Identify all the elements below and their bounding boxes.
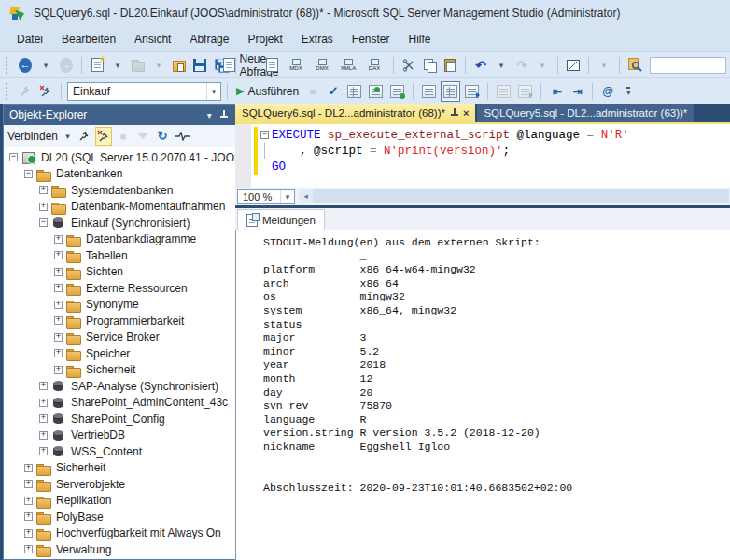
filter-button[interactable] — [134, 127, 151, 146]
expand-icon[interactable]: + — [39, 447, 48, 455]
scroll-left-arrow-icon[interactable]: ◂ — [299, 189, 313, 203]
new-project-dropdown[interactable]: ▾ — [108, 55, 127, 76]
redo-dropdown[interactable]: ▾ — [533, 55, 552, 76]
tree-item[interactable]: +Speicher — [4, 345, 252, 362]
tree-item[interactable]: +Service Broker — [4, 329, 252, 346]
collapse-icon[interactable]: − — [39, 218, 48, 227]
connect-button[interactable] — [16, 81, 35, 102]
tree-item[interactable]: +Datenbank-Momentaufnahmen — [4, 199, 252, 216]
tree-item[interactable]: +Synonyme — [4, 297, 252, 314]
expand-icon[interactable]: + — [54, 284, 63, 292]
comment-button[interactable] — [494, 81, 513, 102]
tree-item[interactable]: +SharePoint_AdminContent_43c — [4, 395, 252, 412]
zoom-selector[interactable]: 100 % ▾ — [237, 189, 295, 204]
decrease-indent-button[interactable]: ⇤ — [547, 81, 566, 102]
cancel-query-button[interactable]: ■ — [303, 81, 322, 102]
expand-icon[interactable]: + — [39, 186, 48, 194]
code-line[interactable]: −EXECUTE sp_execute_external_script @lan… — [251, 127, 730, 143]
cut-button[interactable] — [400, 55, 418, 76]
menu-item-extras[interactable]: Extras — [292, 29, 343, 49]
execute-button[interactable]: ▶ Ausführen — [233, 81, 302, 102]
menu-item-datei[interactable]: Datei — [7, 29, 52, 49]
save-button[interactable] — [190, 55, 209, 76]
tree-item[interactable]: +VertriebDB — [4, 427, 252, 444]
tree-item[interactable]: −Datenbanken — [4, 166, 252, 183]
expand-icon[interactable]: + — [24, 497, 33, 505]
pin-tab-icon[interactable] — [450, 108, 458, 118]
window-position-dropdown[interactable]: ▾ — [202, 110, 217, 120]
expand-icon[interactable]: + — [54, 251, 63, 259]
expand-icon[interactable]: + — [54, 316, 63, 325]
open-file-button[interactable] — [129, 55, 147, 76]
results-to-grid-button[interactable] — [441, 81, 460, 102]
menu-item-projekt[interactable]: Projekt — [238, 29, 291, 49]
toolbar-grip[interactable] — [6, 83, 10, 100]
menu-item-fenster[interactable]: Fenster — [343, 29, 400, 49]
tree-item[interactable]: +Replikation — [4, 493, 252, 510]
navigate-forward-button[interactable]: → — [57, 55, 76, 76]
expand-icon[interactable]: + — [54, 349, 63, 357]
expand-icon[interactable]: + — [39, 414, 48, 423]
expand-icon[interactable]: + — [54, 333, 63, 342]
expand-icon[interactable]: + — [54, 301, 63, 309]
tree-item[interactable]: +Externe Ressourcen — [4, 280, 252, 297]
tree-item[interactable]: +Verwaltung — [4, 541, 252, 558]
tree-item[interactable]: +SharePoint_Config — [4, 411, 252, 427]
display-estimated-plan-button[interactable] — [344, 81, 364, 102]
code-line[interactable]: GO — [251, 159, 730, 175]
database-engine-query-button[interactable] — [262, 55, 281, 76]
parse-button[interactable]: ✓ — [324, 81, 343, 102]
new-query-button[interactable]: Neue Abfrage — [242, 55, 260, 76]
tree-item[interactable]: +Programmierbarkeit — [4, 313, 252, 329]
selection-mode-button[interactable] — [564, 55, 583, 76]
collapse-icon[interactable]: − — [9, 153, 18, 161]
connect-dropdown-caret[interactable]: ▾ — [63, 132, 73, 141]
tree-item[interactable]: +Sicherheit — [4, 460, 252, 477]
expand-icon[interactable]: + — [54, 366, 63, 374]
tree-item[interactable]: −Einkauf (Synchronisiert) — [4, 215, 252, 231]
stop-object-button[interactable]: ■ — [115, 127, 132, 146]
change-connection-button[interactable] — [36, 81, 55, 102]
tree-item[interactable]: +Serverobjekte — [4, 476, 252, 493]
add-to-source-control-button[interactable] — [170, 55, 189, 76]
tree-item[interactable]: +Sichten — [4, 264, 252, 281]
database-selector[interactable]: Einkauf ▾ — [67, 82, 221, 101]
expand-icon[interactable]: + — [39, 203, 48, 211]
tree-item[interactable]: +SAP-Analyse (Synchronisiert) — [4, 378, 252, 395]
navigate-back-dropdown[interactable]: ▾ — [36, 55, 55, 76]
tree-item[interactable]: +Tabellen — [4, 247, 252, 264]
toolbar1-overflow-dropdown[interactable]: ▾ — [595, 55, 613, 76]
indicator-margin[interactable] — [235, 124, 251, 188]
disconnect-object-button[interactable] — [95, 127, 112, 146]
menu-item-hilfe[interactable]: Hilfe — [400, 29, 441, 49]
connect-dropdown-label[interactable]: Verbinden — [7, 130, 58, 143]
connect-object-button[interactable] — [76, 127, 92, 146]
undo-dropdown[interactable]: ▾ — [492, 55, 511, 76]
tree-item[interactable]: +Datenbankdiagramme — [4, 231, 252, 248]
template-parameters-button[interactable]: @ — [598, 81, 617, 102]
expand-icon[interactable]: + — [24, 480, 33, 488]
uncomment-button[interactable] — [515, 81, 535, 102]
new-project-button[interactable] — [88, 55, 106, 76]
expand-icon[interactable]: + — [39, 399, 48, 407]
results-to-text-button[interactable] — [419, 81, 439, 102]
messages-pane[interactable]: STDOUT-Meldung(en) aus dem externen Skri… — [235, 230, 730, 560]
expand-icon[interactable]: + — [24, 529, 33, 538]
refresh-button[interactable]: ↻ — [154, 127, 171, 146]
live-query-stats-button[interactable] — [387, 81, 407, 102]
paste-button[interactable] — [441, 55, 459, 76]
increase-indent-button[interactable]: ⇥ — [568, 81, 586, 102]
activity-monitor-button[interactable] — [174, 127, 192, 146]
undo-button[interactable]: ↶ — [471, 55, 490, 76]
menu-item-abfrage[interactable]: Abfrage — [180, 29, 238, 49]
expand-icon[interactable]: + — [54, 235, 63, 244]
expand-icon[interactable]: + — [24, 464, 33, 472]
results-to-file-button[interactable] — [462, 81, 482, 102]
document-tab-1[interactable]: SQLQuery6.sql - DL2...administrator (68)… — [235, 104, 475, 122]
redo-button[interactable]: ↷ — [512, 55, 531, 76]
find-button[interactable] — [625, 55, 644, 76]
close-tab-icon[interactable]: × — [463, 108, 469, 119]
new-dmx-query-button[interactable]: DMX — [309, 55, 335, 76]
tree-item[interactable]: +Systemdatenbanken — [4, 182, 252, 199]
collapse-icon[interactable]: − — [24, 170, 33, 178]
